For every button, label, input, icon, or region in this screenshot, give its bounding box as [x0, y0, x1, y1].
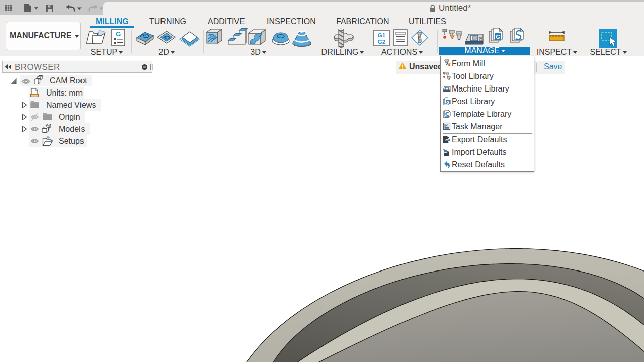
svg-text:G2: G2 — [378, 39, 385, 45]
svg-text:G: G — [446, 100, 449, 105]
svg-text:G: G — [496, 34, 500, 40]
svg-text:G: G — [116, 30, 121, 38]
svg-text:G1: G1 — [378, 32, 386, 38]
